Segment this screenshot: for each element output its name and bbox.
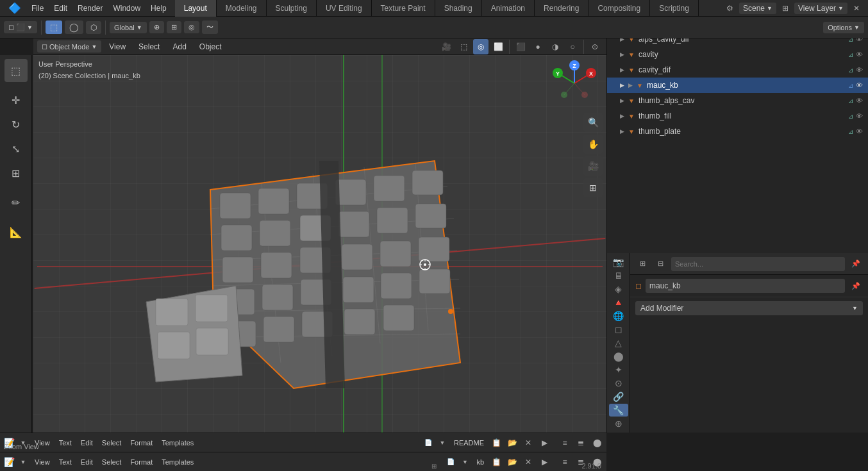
prop-object-icon[interactable]: ◻ bbox=[609, 323, 628, 336]
prop-constraints-icon[interactable]: 🔗 bbox=[609, 390, 628, 403]
bp1-menu-format[interactable]: Format bbox=[126, 438, 156, 448]
vp-menu-object[interactable]: Object bbox=[194, 41, 227, 53]
workspace-animation[interactable]: Animation bbox=[482, 0, 535, 17]
prop-physics-icon[interactable]: ⊙ bbox=[609, 377, 628, 390]
bp2-menu-select[interactable]: Select bbox=[98, 457, 126, 467]
bp2-wordwrap-icon[interactable]: ≡ bbox=[558, 455, 572, 469]
prop-material-icon[interactable]: ⬤ bbox=[609, 350, 628, 363]
wireframe-icon[interactable]: ⬛ bbox=[513, 39, 528, 54]
bp2-menu-text[interactable]: Text bbox=[55, 457, 76, 467]
options-btn[interactable]: Options ▼ bbox=[823, 22, 864, 33]
props-pin[interactable]: 📌 bbox=[849, 257, 863, 271]
rotate-tool-btn[interactable]: ↻ bbox=[4, 113, 28, 136]
workspace-rendering[interactable]: Rendering bbox=[535, 0, 588, 17]
origin-btn[interactable]: ⊕ bbox=[149, 21, 164, 33]
window-icon[interactable]: ⊞ bbox=[779, 2, 792, 15]
camera-view-icon[interactable]: 🎥 bbox=[438, 39, 454, 54]
add-modifier-button[interactable]: Add Modifier ▼ bbox=[635, 301, 863, 315]
xray-icon[interactable]: ⬜ bbox=[490, 39, 506, 54]
workspace-compositing[interactable]: Compositing bbox=[588, 0, 650, 17]
outliner-item-thumb-plate[interactable]: ▶ ▼ thumb_plate ⊿ 👁 bbox=[607, 124, 868, 139]
bp1-syntax-icon[interactable]: ⬤ bbox=[590, 436, 604, 450]
bp2-menu-edit[interactable]: Edit bbox=[77, 457, 97, 467]
bp2-menu-format[interactable]: Format bbox=[126, 457, 156, 467]
mode-selector-btn[interactable]: ◻ ⬛ ▼ bbox=[4, 21, 37, 33]
menu-window[interactable]: Window bbox=[108, 3, 145, 14]
bp2-close-icon[interactable]: ✕ bbox=[521, 455, 535, 469]
scene-selector[interactable]: Scene ▼ bbox=[739, 3, 776, 14]
bp1-wordwrap-icon[interactable]: ≡ bbox=[558, 436, 572, 450]
workspace-sculpting[interactable]: Sculpting bbox=[267, 0, 317, 17]
bp1-dropdown-icon[interactable]: ▼ bbox=[436, 436, 449, 449]
material-icon[interactable]: ◑ bbox=[547, 39, 563, 54]
nav-zoom-in[interactable]: 🔍 bbox=[583, 113, 603, 132]
item-eye[interactable]: 👁 bbox=[856, 66, 863, 74]
prop-scene-icon[interactable]: 🔺 bbox=[609, 296, 628, 309]
prop-modifier-icon[interactable]: 🔧 bbox=[609, 404, 628, 417]
bp2-view-toggle[interactable]: ▼ bbox=[17, 456, 29, 468]
item-eye[interactable]: 👁 bbox=[856, 112, 863, 120]
prop-render-icon[interactable]: 📷 bbox=[609, 256, 628, 269]
annotate-btn[interactable]: ✏ bbox=[4, 191, 28, 214]
prop-particles-icon[interactable]: ✦ bbox=[609, 363, 628, 376]
global-selector[interactable]: Global ▼ bbox=[110, 22, 147, 33]
outliner-item-thumb-alps[interactable]: ▶ ▼ thumb_alps_cav ⊿ 👁 bbox=[607, 93, 868, 108]
bp2-menu-templates[interactable]: Templates bbox=[158, 457, 197, 467]
outliner-item-cavity[interactable]: ▶ ▼ cavity ⊿ 👁 bbox=[607, 47, 868, 62]
select-circle-btn[interactable]: ◯ bbox=[65, 21, 83, 34]
nav-camera[interactable]: 🎥 bbox=[583, 156, 603, 176]
select-box-btn[interactable]: ⬚ bbox=[46, 21, 62, 34]
workspace-modeling[interactable]: Modeling bbox=[217, 0, 267, 17]
bp1-new-icon[interactable]: 📋 bbox=[489, 436, 503, 450]
nav-ortho[interactable]: ⊞ bbox=[583, 178, 603, 197]
workspace-texture-paint[interactable]: Texture Paint bbox=[372, 0, 435, 17]
snap-btn[interactable]: ⊞ bbox=[167, 21, 181, 33]
workspace-uv-editing[interactable]: UV Editing bbox=[317, 0, 372, 17]
bp1-menu-text[interactable]: Text bbox=[55, 438, 76, 448]
prop-view-layer-icon[interactable]: ◈ bbox=[609, 283, 628, 295]
bp2-open-icon[interactable]: 📂 bbox=[505, 455, 519, 469]
viewport-3d[interactable]: User Perspective (20) Scene Collection |… bbox=[33, 55, 606, 433]
properties-search-input[interactable] bbox=[671, 257, 845, 271]
outliner-item-mauc-kb[interactable]: ▶ ▶ ▼ mauc_kb ⊿ 👁 bbox=[607, 78, 868, 93]
bp2-filetype-icon[interactable]: 📄 bbox=[444, 456, 457, 468]
bp1-filetype-icon[interactable]: 📄 bbox=[422, 436, 435, 449]
proportional-btn[interactable]: ◎ bbox=[184, 21, 199, 33]
item-eye[interactable]: 👁 bbox=[856, 51, 863, 58]
menu-help[interactable]: Help bbox=[146, 3, 171, 14]
outliner-item-cavity-dif[interactable]: ▶ ▼ cavity_dif ⊿ 👁 bbox=[607, 62, 868, 78]
viewport-gizmo[interactable]: Z X Y bbox=[551, 60, 597, 106]
measure-btn[interactable]: 📐 bbox=[4, 220, 28, 244]
prop-mesh-icon[interactable]: △ bbox=[609, 336, 628, 349]
menu-edit[interactable]: Edit bbox=[49, 3, 72, 14]
scene-icon[interactable]: ⚙ bbox=[724, 2, 737, 15]
bp1-open-icon[interactable]: 📂 bbox=[505, 436, 519, 450]
item-eye[interactable]: 👁 bbox=[856, 128, 863, 135]
falloff-btn[interactable]: 〜 bbox=[202, 21, 218, 34]
bp1-menu-select[interactable]: Select bbox=[98, 438, 126, 448]
object-mode-selector[interactable]: ◻ Object Mode ▼ bbox=[37, 40, 101, 53]
prop-world-icon[interactable]: 🌐 bbox=[609, 310, 628, 322]
prop-particles2-icon[interactable]: ⊕ bbox=[609, 417, 628, 430]
item-eye[interactable]: 👁 bbox=[856, 97, 863, 104]
bp1-run-icon[interactable]: ▶ bbox=[537, 436, 551, 450]
outliner-item-thumb-fill[interactable]: ▶ ▼ thumb_fill ⊿ 👁 bbox=[607, 108, 868, 124]
menu-file[interactable]: File bbox=[27, 3, 48, 14]
bp1-close-icon[interactable]: ✕ bbox=[521, 436, 535, 450]
bp2-editor-icon[interactable]: 📝 bbox=[3, 456, 15, 468]
object-name-field[interactable] bbox=[646, 279, 845, 293]
item-eye-selected[interactable]: 👁 bbox=[856, 81, 863, 89]
workspace-shading[interactable]: Shading bbox=[435, 0, 482, 17]
props-view[interactable]: ⊟ bbox=[653, 257, 667, 271]
blender-icon[interactable]: 🔷 bbox=[4, 1, 26, 15]
nav-pan[interactable]: ✋ bbox=[583, 135, 603, 154]
workspace-scripting[interactable]: Scripting bbox=[650, 0, 699, 17]
vp-menu-view[interactable]: View bbox=[104, 41, 131, 53]
bp2-new-icon[interactable]: 📋 bbox=[489, 455, 503, 469]
workspace-layout[interactable]: Layout bbox=[175, 0, 217, 17]
solid-icon[interactable]: ● bbox=[530, 39, 546, 54]
view-layer-selector[interactable]: View Layer ▼ bbox=[794, 3, 847, 14]
select-tool-btn[interactable]: ⬚ bbox=[4, 59, 28, 82]
viewport-extras-icon[interactable]: ⊙ bbox=[587, 39, 603, 54]
props-icon[interactable]: ⊞ bbox=[635, 257, 649, 271]
